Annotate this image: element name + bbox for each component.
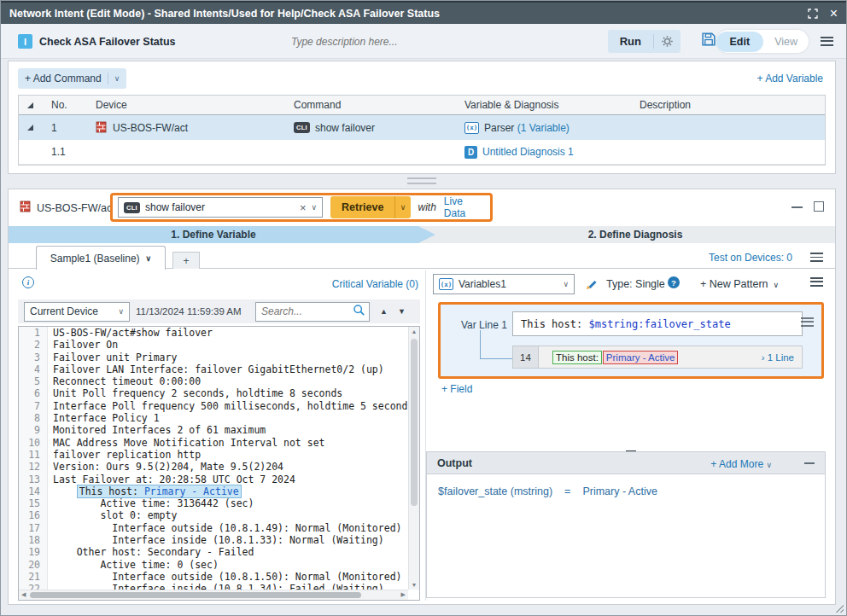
run-button[interactable]: Run <box>608 35 653 48</box>
clear-icon[interactable]: × <box>300 201 307 214</box>
search-input[interactable] <box>261 305 353 317</box>
variables-select[interactable]: (x) Variables1 ∨ <box>433 274 575 294</box>
chevron-down-icon[interactable]: ∨ <box>114 74 120 83</box>
retrieve-chevron-icon[interactable]: ∨ <box>394 196 410 218</box>
code-line: 9Monitored Interfaces 2 of 61 maximum <box>19 424 419 436</box>
diagnosis-link[interactable]: Untitled Diagnosis 1 <box>482 146 574 158</box>
line-text: Active time: 0 (sec) <box>48 559 219 571</box>
device-name: US-BOS-FW/act <box>37 202 115 214</box>
maximize-icon[interactable] <box>814 201 824 212</box>
var-line-menu-icon[interactable] <box>801 317 814 327</box>
chevron-down-icon[interactable]: ∨ <box>774 281 780 289</box>
collapse-row-icon[interactable] <box>19 125 41 131</box>
search-box[interactable] <box>255 302 370 322</box>
splitter-grip-icon[interactable] <box>407 177 436 184</box>
tab-menu-icon[interactable] <box>810 253 823 262</box>
chevron-down-icon[interactable]: ∨ <box>311 203 317 212</box>
view-toggle-option[interactable]: View <box>763 32 809 52</box>
panel-splitter[interactable] <box>8 175 836 187</box>
code-line: 16 slot 0: empty <box>19 509 419 521</box>
step1-define-variable[interactable]: 1. Define Variable <box>9 226 418 243</box>
add-field-link[interactable]: + Field <box>441 383 472 395</box>
variables-select-value: Variables1 <box>459 278 558 290</box>
description-input[interactable] <box>291 32 479 51</box>
output-collapse-icon[interactable] <box>804 462 815 464</box>
horizontal-scrollbar[interactable]: ◀ ▶ <box>19 590 408 600</box>
expand-icon[interactable] <box>808 9 818 19</box>
vertical-scroll-thumb[interactable] <box>411 339 418 506</box>
add-sample-tab[interactable]: + <box>172 252 200 269</box>
output-var-value: Primary - Active <box>582 485 657 497</box>
code-line: 12Version: Ours 9.5(2)204, Mate 9.5(2)20… <box>19 461 419 473</box>
horizontal-scroll-thumb[interactable] <box>30 592 361 598</box>
header-menu-icon[interactable] <box>821 37 833 46</box>
chevron-down-icon[interactable]: ∨ <box>118 307 124 316</box>
save-icon[interactable] <box>701 32 716 50</box>
command-value[interactable]: show failover <box>145 201 295 213</box>
sample-toolbar: Current Device ∨ 11/13/2024 11:59:39 AM … <box>18 299 420 323</box>
line-text: Interface Policy 1 <box>48 412 160 424</box>
cli-output-box[interactable]: 1US-BOS-FW/act#show failover2Failover On… <box>18 326 420 601</box>
sample-timestamp: 11/13/2024 11:59:39 AM <box>136 306 255 317</box>
table-row[interactable]: 1 US-BOS-FW/act CLI show failover (x) Pa… <box>19 115 825 140</box>
scroll-left-icon[interactable]: ◀ <box>21 591 26 598</box>
info-icon[interactable]: i <box>22 276 34 288</box>
collapse-icon[interactable] <box>792 206 803 208</box>
run-settings-gear-icon[interactable] <box>654 35 681 48</box>
match-count-link[interactable]: › 1 Line <box>762 352 794 363</box>
equals-sign: = <box>564 485 570 497</box>
match-preview-row[interactable]: 14 This host: Primary - Active › 1 Line <box>512 346 803 369</box>
retrieve-button-group[interactable]: Retrieve ∨ <box>330 196 410 218</box>
line-number: 1 <box>19 327 48 339</box>
code-line: 13Last Failover at: 20:28:58 UTC Oct 7 2… <box>19 474 419 485</box>
scroll-right-icon[interactable]: ▶ <box>401 591 406 598</box>
tab-sample1-baseline[interactable]: Sample1 (Baseline) ∨ <box>36 246 166 270</box>
edit-pencil-icon[interactable] <box>586 277 598 293</box>
step2-define-diagnosis[interactable]: 2. Define Diagnosis <box>435 226 835 243</box>
add-variable-link[interactable]: + Add Variable <box>756 73 823 84</box>
device-scope-select[interactable]: Current Device ∨ <box>24 302 130 322</box>
add-command-button[interactable]: + Add Command ∨ <box>18 68 126 89</box>
vertical-scrollbar[interactable]: ▲ ▼ <box>408 327 419 590</box>
with-label: with <box>418 201 436 213</box>
chevron-down-icon: ∨ <box>766 461 772 469</box>
run-button-group[interactable]: Run <box>608 30 681 53</box>
line-number: 4 <box>19 363 48 375</box>
collapse-all-icon[interactable] <box>19 102 41 108</box>
add-more-button[interactable]: + Add More ∨ <box>710 456 772 471</box>
pattern-menu-icon[interactable] <box>810 277 823 287</box>
help-icon[interactable]: ? <box>668 276 680 288</box>
code-line: 18 Interface inside (10.8.1.33): Normal … <box>19 534 419 546</box>
edit-toggle-option[interactable]: Edit <box>716 32 764 52</box>
scroll-down-icon[interactable]: ▼ <box>409 582 419 588</box>
parser-label[interactable]: Parser (1 Variable) <box>484 122 570 134</box>
line-text: Monitored Interfaces 2 of 61 maximum <box>48 424 266 436</box>
command-combobox[interactable]: CLI show failover × ∨ <box>118 197 323 218</box>
line-number: 9 <box>19 424 48 436</box>
line-text: This host: Primary - Active <box>48 485 242 497</box>
cli-output-lines: 1US-BOS-FW/act#show failover2Failover On… <box>19 327 419 601</box>
search-icon[interactable] <box>353 304 365 320</box>
test-on-devices-link[interactable]: Test on Devices: 0 <box>709 252 792 264</box>
prev-match-icon[interactable]: ▲ <box>380 307 388 316</box>
close-icon[interactable]: × <box>830 7 838 20</box>
chevron-down-icon[interactable]: ∨ <box>563 280 569 288</box>
line-number: 10 <box>19 437 48 449</box>
live-data-link[interactable]: Live Data <box>444 195 485 219</box>
pattern-input[interactable]: This host: $mstring:failover_state <box>512 311 803 336</box>
line-number: 12 <box>19 461 48 473</box>
firewall-icon <box>96 120 107 136</box>
retrieve-button[interactable]: Retrieve <box>330 196 394 218</box>
table-row[interactable]: 1.1 D Untitled Diagnosis 1 <box>19 140 825 165</box>
critical-variable-link[interactable]: Critical Variable (0) <box>282 278 418 290</box>
code-line: 2Failover On <box>19 339 419 351</box>
line-text: Interface outside (10.8.1.50): Normal (M… <box>48 571 402 583</box>
add-command-label: + Add Command <box>25 73 102 84</box>
scroll-up-icon[interactable]: ▲ <box>409 328 419 334</box>
new-pattern-button[interactable]: + New Pattern∨ <box>700 278 779 290</box>
code-line: 7Interface Poll frequency 500 millisecon… <box>19 400 419 412</box>
edit-view-toggle[interactable]: Edit View <box>716 30 809 53</box>
sample-tab-bar: Sample1 (Baseline) ∨ + Test on Devices: … <box>9 244 835 269</box>
next-match-icon[interactable]: ▼ <box>398 307 406 316</box>
chevron-down-icon[interactable]: ∨ <box>146 254 152 263</box>
